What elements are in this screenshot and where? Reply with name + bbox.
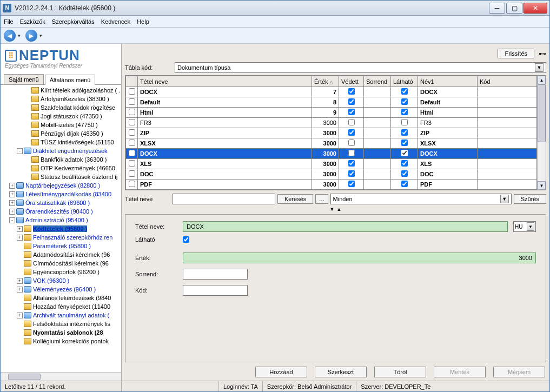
row-select-checkbox[interactable]: [129, 98, 135, 105]
scroll-up-icon[interactable]: ▲: [538, 76, 546, 84]
table-row[interactable]: DOCX7DOCX: [126, 87, 537, 97]
tree-expander[interactable]: +: [9, 200, 15, 206]
table-row[interactable]: ZIP3000ZIP: [126, 128, 537, 138]
tree-item[interactable]: +VOK (96300 ): [2, 276, 121, 285]
tree-expander[interactable]: -: [17, 148, 23, 154]
tree-expander[interactable]: +: [9, 183, 15, 189]
cell-protected-checkbox[interactable]: [348, 170, 355, 177]
tree-expander[interactable]: +: [17, 287, 23, 293]
table-row[interactable]: DOCX3000DOCX: [126, 149, 537, 159]
tree-expander[interactable]: +: [17, 313, 23, 318]
data-grid[interactable]: Tétel neve Érték Védett Sorrend Látható …: [125, 75, 546, 190]
table-row[interactable]: XLS3000XLS: [126, 159, 537, 169]
cell-visible-checkbox[interactable]: [401, 139, 408, 146]
cell-protected-checkbox[interactable]: [348, 139, 355, 146]
chevron-down-icon[interactable]: ▼: [500, 195, 509, 203]
tree-item[interactable]: Kollégiumi korrekciós pontok: [2, 337, 121, 346]
tree-item[interactable]: Általános lekérdezések (9840: [2, 294, 121, 302]
menu-help[interactable]: Help: [137, 18, 149, 25]
tree-item[interactable]: Státusz beállítások ösztönd íj: [2, 172, 121, 181]
menu-file[interactable]: File: [4, 18, 14, 25]
cell-protected-checkbox[interactable]: [348, 129, 355, 136]
col-select[interactable]: [126, 76, 138, 87]
tree-item[interactable]: Szakfeladat kódok rögzítése: [2, 103, 121, 112]
grid-vscroll[interactable]: ▲ ▼: [537, 76, 546, 190]
expand-down-icon[interactable]: ▼: [330, 207, 335, 212]
table-row[interactable]: Default8Default: [126, 97, 537, 108]
tree-item[interactable]: Adatmódosítási kérelmek (96: [2, 250, 121, 259]
tree-expander[interactable]: +: [17, 226, 23, 232]
tree-item[interactable]: Felsőoktatási intézmények lis: [2, 320, 121, 328]
detail-visible-checkbox[interactable]: [183, 236, 189, 243]
col-order[interactable]: Sorrend: [364, 76, 391, 87]
search-input[interactable]: [173, 194, 275, 204]
menu-tree[interactable]: Kiírt tételek adóigazoláshoz ( .Árfolyam…: [1, 85, 121, 372]
cell-visible-checkbox[interactable]: [401, 119, 408, 125]
tree-expander[interactable]: -: [9, 217, 15, 223]
row-select-checkbox[interactable]: [129, 139, 135, 146]
tree-item[interactable]: Egyéncsoportok (96200 ): [2, 268, 121, 276]
tree-item[interactable]: Nyomtatási sablonok (28: [2, 328, 121, 337]
col-protected[interactable]: Védett: [339, 76, 364, 87]
maximize-button[interactable]: ▢: [506, 3, 522, 14]
nav-back-dropdown[interactable]: ▾: [18, 33, 23, 38]
row-select-checkbox[interactable]: [129, 129, 135, 136]
tree-item[interactable]: +Felhasználó szerepkörhöz ren: [2, 233, 121, 242]
tree-item[interactable]: ÁrfolyamKezelés (38300 ): [2, 95, 121, 103]
tree-item[interactable]: Címmódosítási kérelmek (96: [2, 259, 121, 268]
cell-visible-checkbox[interactable]: [401, 98, 408, 105]
row-select-checkbox[interactable]: [129, 88, 135, 95]
row-select-checkbox[interactable]: [129, 109, 135, 115]
tree-item[interactable]: +Archivált tanulmányi adatok (: [2, 311, 121, 320]
row-select-checkbox[interactable]: [129, 150, 135, 156]
row-select-checkbox[interactable]: [129, 181, 135, 187]
tree-item[interactable]: +Órarendkészítés (90400 ): [2, 207, 121, 216]
chevron-down-icon[interactable]: ▼: [535, 63, 544, 72]
table-row[interactable]: Html9Html: [126, 108, 537, 118]
tree-item[interactable]: +Létesítménygazdálkodás (83400: [2, 190, 121, 198]
col-name[interactable]: Tétel neve: [138, 76, 312, 87]
search-button[interactable]: Keresés: [277, 194, 313, 204]
add-button[interactable]: Hozzáad: [255, 367, 307, 377]
browse-button[interactable]: ...: [315, 194, 328, 204]
table-code-combo[interactable]: Dokumentum típusa ▼: [175, 62, 546, 73]
delete-button[interactable]: Töröl: [374, 367, 426, 377]
row-select-checkbox[interactable]: [129, 170, 135, 177]
cell-protected-checkbox[interactable]: [348, 119, 355, 125]
chevron-down-icon[interactable]: ▼: [527, 222, 534, 231]
detail-value-field[interactable]: 3000: [183, 253, 536, 263]
collapse-up-icon[interactable]: ▲: [337, 207, 342, 212]
col-code[interactable]: Kód: [478, 76, 537, 87]
cell-visible-checkbox[interactable]: [401, 109, 408, 115]
nav-back-button[interactable]: ◄: [4, 30, 16, 42]
tree-item[interactable]: -Adminisztráció (95400 ): [2, 216, 121, 224]
tree-hscroll[interactable]: [1, 372, 121, 381]
table-row[interactable]: FR33000FR3: [126, 118, 537, 128]
tree-item[interactable]: +Kódtételek (95600 ): [2, 224, 121, 233]
tree-item[interactable]: Pénzügyi díjak (48350 ): [2, 129, 121, 138]
close-button[interactable]: ✕: [524, 3, 547, 14]
filter-combo[interactable]: Minden ▼: [330, 194, 512, 204]
edit-button[interactable]: Szerkeszt: [315, 367, 367, 377]
menu-rolechange[interactable]: Szerepkörváltás: [52, 18, 95, 25]
tree-expander[interactable]: +: [17, 235, 23, 241]
filter-button[interactable]: Szűrés: [514, 194, 546, 204]
row-select-checkbox[interactable]: [129, 119, 135, 125]
col-name1[interactable]: Név1: [418, 76, 478, 87]
menu-tools[interactable]: Eszközök: [20, 18, 45, 25]
cell-protected-checkbox[interactable]: [348, 160, 355, 167]
tree-expander[interactable]: +: [17, 278, 23, 284]
detail-code-field[interactable]: [183, 285, 248, 296]
cell-protected-checkbox[interactable]: [348, 88, 355, 95]
table-row[interactable]: PDF3000PDF: [126, 180, 537, 190]
tab-general-menu[interactable]: Általános menü: [45, 75, 96, 85]
detail-order-field[interactable]: [183, 269, 248, 280]
tree-item[interactable]: +Véleményezés (96400 ): [2, 285, 121, 294]
refresh-button[interactable]: Frissítés: [498, 49, 534, 58]
cell-protected-checkbox[interactable]: [348, 150, 355, 156]
row-select-checkbox[interactable]: [129, 160, 135, 167]
tree-item[interactable]: Kiírt tételek adóigazoláshoz ( .: [2, 86, 121, 95]
col-visible[interactable]: Látható: [391, 76, 418, 87]
minimize-button[interactable]: ─: [489, 3, 505, 14]
tree-hscroll-thumb[interactable]: [8, 374, 41, 380]
